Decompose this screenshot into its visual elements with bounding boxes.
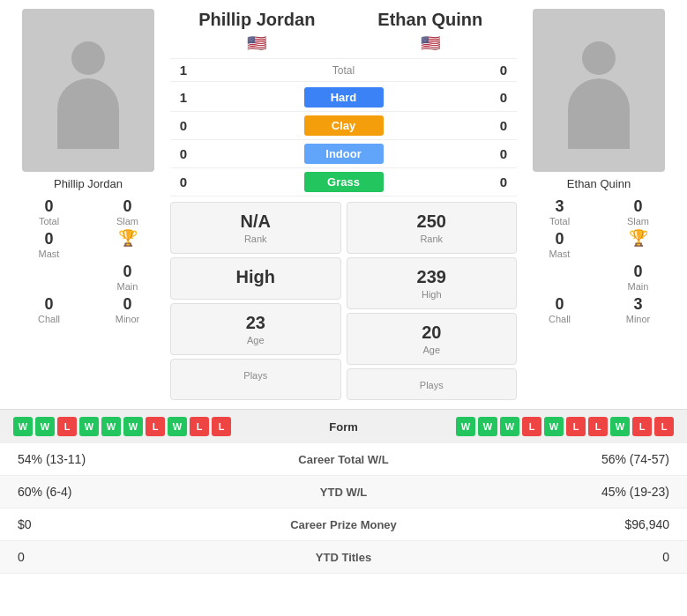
left-trophy-icon-cell: 🏆 xyxy=(92,230,163,259)
left-player-avatar xyxy=(22,9,154,172)
right-stat-minor: 3 Minor xyxy=(602,295,674,324)
right-form-badge-6: L xyxy=(588,417,608,436)
left-name-header-block: Phillip Jordan 🇺🇸 xyxy=(170,9,344,53)
right-form-badge-2: W xyxy=(500,417,519,436)
indoor-badge: Indoor xyxy=(304,144,384,164)
grass-badge-cell: Grass xyxy=(197,172,490,192)
hard-left-value: 1 xyxy=(170,90,197,105)
form-label: Form xyxy=(231,420,456,434)
left-stat-slam: 0 Slam xyxy=(92,197,163,226)
form-section: WWLWWWLWLL Form WWWLWLLWLL xyxy=(0,409,687,443)
right-player-name: Ethan Quinn xyxy=(567,177,631,190)
right-avatar-body xyxy=(568,78,630,149)
right-trophy-icon-cell: 🏆 xyxy=(602,230,674,259)
right-avatar-head xyxy=(582,41,616,75)
left-form-badge-9: L xyxy=(212,417,231,436)
left-stat-panels: N/A Rank High 23 Age Plays xyxy=(170,202,341,400)
right-stat-panels: 250 Rank 239 High 20 Age Plays xyxy=(347,202,518,400)
right-trophy-icon: 🏆 xyxy=(602,230,674,246)
right-form-badge-5: L xyxy=(566,417,586,436)
stats-row-1-right: 45% (19-23) xyxy=(493,485,669,499)
stats-row-3-right: 0 xyxy=(493,550,669,564)
stats-row-3: 0YTD Titles0 xyxy=(0,541,687,574)
surface-table: 1 Hard 0 0 Clay 0 0 xyxy=(170,84,517,197)
surface-row-hard: 1 Hard 0 xyxy=(170,84,517,112)
indoor-right-value: 0 xyxy=(490,146,517,161)
left-form-badge-5: W xyxy=(123,417,143,436)
grass-badge: Grass xyxy=(304,172,384,192)
right-form-badge-8: L xyxy=(632,417,652,436)
left-stat-total: 0 Total xyxy=(13,197,85,226)
right-name-header-block: Ethan Quinn 🇺🇸 xyxy=(344,9,518,53)
right-form-badge-1: W xyxy=(478,417,497,436)
left-form-badge-3: W xyxy=(79,417,99,436)
right-player-stats-grid: 3 Total 0 Slam 0 Mast 🏆 0 Main xyxy=(524,197,674,324)
surface-row-indoor: 0 Indoor 0 xyxy=(170,140,517,168)
stat-panels-row: N/A Rank High 23 Age Plays xyxy=(170,202,517,400)
hard-badge-cell: Hard xyxy=(197,87,490,108)
right-stat-total: 3 Total xyxy=(524,197,595,226)
player-names-row: Phillip Jordan 🇺🇸 Ethan Quinn 🇺🇸 xyxy=(170,9,517,53)
total-right-value: 0 xyxy=(490,63,517,78)
main-container: Phillip Jordan 0 Total 0 Slam 0 Mast 🏆 xyxy=(0,0,687,574)
clay-right-value: 0 xyxy=(490,118,517,133)
left-form-badge-6: L xyxy=(146,417,165,436)
right-form-badge-3: L xyxy=(522,417,541,436)
right-rank-panel: 250 Rank xyxy=(347,202,518,254)
stats-row-2: $0Career Prize Money$96,940 xyxy=(0,508,687,541)
total-center-label: Total xyxy=(197,63,490,77)
surface-row-clay: 0 Clay 0 xyxy=(170,112,517,140)
right-form-badge-4: W xyxy=(544,417,564,436)
indoor-badge-cell: Indoor xyxy=(197,144,490,164)
left-stat-mast: 0 Mast xyxy=(13,230,85,259)
right-high-panel: 239 High xyxy=(347,257,518,309)
right-stat-chall: 0 Chall xyxy=(524,295,595,324)
left-stat-chall: 0 Chall xyxy=(13,295,85,324)
stats-row-1-left: 60% (6-4) xyxy=(18,485,194,499)
left-form-badge-8: L xyxy=(190,417,209,436)
stats-row-2-label: Career Prize Money xyxy=(194,518,493,531)
left-avatar-head xyxy=(71,41,105,75)
stats-row-0-label: Career Total W/L xyxy=(194,453,493,466)
left-form-badges: WWLWWWLWLL xyxy=(13,417,231,436)
left-trophy-icon: 🏆 xyxy=(92,230,163,246)
right-stat-slam: 0 Slam xyxy=(602,197,674,226)
stats-row-1-label: YTD W/L xyxy=(194,486,493,499)
indoor-left-value: 0 xyxy=(170,146,197,161)
left-player-name-header: Phillip Jordan xyxy=(170,9,344,30)
left-stat-main: 0 Main xyxy=(92,263,163,292)
right-stat-mast: 0 Mast xyxy=(524,230,595,259)
right-plays-panel: Plays xyxy=(347,368,518,400)
left-avatar-body xyxy=(57,78,119,149)
hard-right-value: 0 xyxy=(490,90,517,105)
right-age-panel: 20 Age xyxy=(347,313,518,365)
left-high-panel: High xyxy=(170,257,341,300)
left-player-name: Phillip Jordan xyxy=(54,177,123,190)
right-player-name-header: Ethan Quinn xyxy=(344,9,518,30)
clay-badge-cell: Clay xyxy=(197,115,490,136)
grass-right-value: 0 xyxy=(490,174,517,189)
left-form-badge-2: L xyxy=(57,417,77,436)
left-player-column: Phillip Jordan 0 Total 0 Slam 0 Mast 🏆 xyxy=(13,9,163,400)
right-form-badge-0: W xyxy=(456,417,475,436)
left-player-stats-grid: 0 Total 0 Slam 0 Mast 🏆 0 Main xyxy=(13,197,163,324)
total-left-value: 1 xyxy=(170,63,197,78)
left-plays-panel: Plays xyxy=(170,359,341,401)
left-form-badge-1: W xyxy=(35,417,55,436)
left-age-panel: 23 Age xyxy=(170,303,341,355)
right-flag: 🇺🇸 xyxy=(344,33,518,53)
clay-left-value: 0 xyxy=(170,118,197,133)
left-form-badge-7: W xyxy=(168,417,187,436)
right-form-badges: WWWLWLLWLL xyxy=(456,417,674,436)
hard-badge: Hard xyxy=(304,87,384,108)
bottom-stats-rows: 54% (13-11)Career Total W/L56% (74-57)60… xyxy=(0,443,687,574)
surface-row-grass: 0 Grass 0 xyxy=(170,168,517,197)
left-stat-minor: 0 Minor xyxy=(92,295,163,324)
right-player-column: Ethan Quinn 3 Total 0 Slam 0 Mast 🏆 xyxy=(524,9,674,400)
top-area: Phillip Jordan 0 Total 0 Slam 0 Mast 🏆 xyxy=(0,0,687,409)
total-row: 1 Total 0 xyxy=(170,58,517,82)
right-stat-main: 0 Main xyxy=(602,263,674,292)
center-column: Phillip Jordan 🇺🇸 Ethan Quinn 🇺🇸 1 Total xyxy=(170,9,517,400)
grass-left-value: 0 xyxy=(170,174,197,189)
stats-row-2-right: $96,940 xyxy=(493,517,669,531)
